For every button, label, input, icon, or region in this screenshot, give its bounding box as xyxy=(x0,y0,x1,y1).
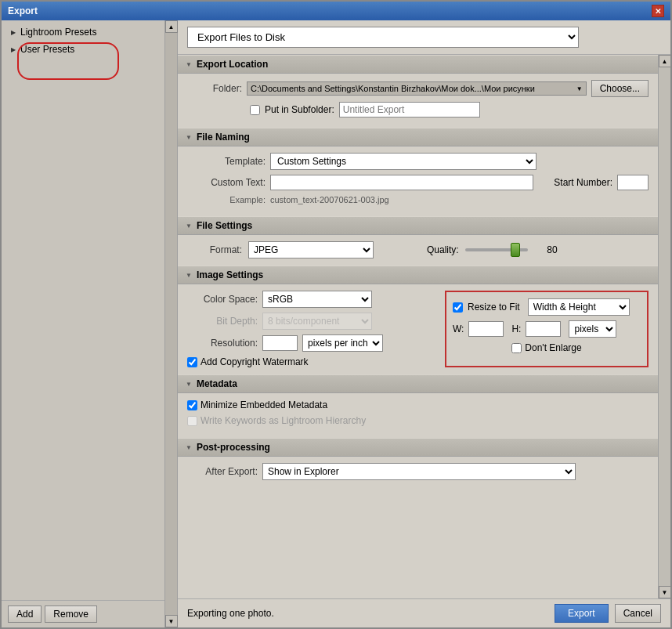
subfolder-checkbox[interactable] xyxy=(250,105,260,115)
width-input[interactable]: 740 xyxy=(468,321,504,337)
start-number-input[interactable]: 3 xyxy=(617,175,649,190)
write-keywords-label: Write Keywords as Lightroom Hierarchy xyxy=(201,415,366,426)
tree-arrow-user: ▶ xyxy=(11,46,16,53)
height-label: H: xyxy=(511,324,521,334)
height-input[interactable]: 740 xyxy=(526,321,561,337)
section-export-location: ▼ Export Location Folder: C:\Documents a… xyxy=(178,55,658,127)
custom-text-row: Custom Text: custom_text Start Number: 3 xyxy=(187,175,649,190)
quality-slider-container xyxy=(465,248,528,251)
color-space-label: Color Space: xyxy=(187,294,258,305)
bit-depth-row: Bit Depth: 8 bits/component xyxy=(187,313,437,330)
section-body-file-settings: Format: JPEG PNG TIFF Quality: xyxy=(178,235,658,265)
folder-label: Folder: xyxy=(187,83,242,94)
section-metadata: ▼ Metadata Minimize Embedded Metadata Wr… xyxy=(178,374,658,437)
content-area: ▼ Export Location Folder: C:\Documents a… xyxy=(178,55,658,598)
subfolder-row: Put in Subfolder: xyxy=(250,102,649,117)
section-body-export-location: Folder: C:\Documents and Settings\Konsta… xyxy=(178,74,658,127)
minimize-checkbox[interactable] xyxy=(187,400,197,410)
section-title-metadata: Metadata xyxy=(197,378,237,389)
resize-type-select[interactable]: Width & Height Dimensions Long Edge Shor… xyxy=(528,298,630,316)
choose-button[interactable]: Choose... xyxy=(591,80,649,97)
section-triangle-metadata: ▼ xyxy=(186,381,192,388)
folder-dropdown-arrow: ▼ xyxy=(576,85,583,92)
example-value: custom_text-20070621-003.jpg xyxy=(270,195,389,204)
section-header-export-location[interactable]: ▼ Export Location xyxy=(178,55,658,74)
write-keywords-row: Write Keywords as Lightroom Hierarchy xyxy=(187,415,649,426)
content-scroll-down[interactable]: ▼ xyxy=(659,586,671,598)
format-label: Format: xyxy=(187,244,242,255)
sidebar-list: ▶ Lightroom Presets ▶ User Presets xyxy=(2,20,177,600)
color-space-select[interactable]: sRGB AdobeRGB ProPhoto RGB xyxy=(262,291,372,308)
after-export-select[interactable]: Show in Explorer Do Nothing Open in Phot… xyxy=(262,463,576,480)
format-row: Format: JPEG PNG TIFF Quality: xyxy=(187,241,649,258)
section-triangle: ▼ xyxy=(186,61,192,68)
color-space-row: Color Space: sRGB AdobeRGB ProPhoto RGB xyxy=(187,291,437,308)
section-body-file-naming: Template: Custom Settings Filename Date … xyxy=(178,146,658,215)
resolution-unit-select[interactable]: pixels per inch pixels per cm xyxy=(302,334,383,352)
scroll-down-arrow[interactable]: ▼ xyxy=(165,615,178,627)
section-header-post-processing[interactable]: ▼ Post-processing xyxy=(178,438,658,457)
size-unit-select[interactable]: pixels inches cm xyxy=(569,320,616,338)
quality-value: 80 xyxy=(534,244,558,255)
template-select[interactable]: Custom Settings Filename Date - Filename xyxy=(270,153,537,170)
remove-button[interactable]: Remove xyxy=(45,606,97,623)
close-button[interactable]: ✕ xyxy=(652,5,664,17)
scroll-track xyxy=(165,33,177,615)
section-title: Export Location xyxy=(197,59,268,70)
export-button[interactable]: Export xyxy=(555,604,609,623)
resolution-label: Resolution: xyxy=(187,338,258,349)
section-header-metadata[interactable]: ▼ Metadata xyxy=(178,374,658,393)
copyright-label: Add Copyright Watermark xyxy=(201,356,309,367)
subfolder-input[interactable] xyxy=(339,102,480,117)
template-label: Template: xyxy=(187,156,266,167)
quality-slider-track[interactable] xyxy=(465,248,528,251)
format-select[interactable]: JPEG PNG TIFF xyxy=(248,241,374,258)
section-title-post: Post-processing xyxy=(197,442,270,453)
minimize-label: Minimize Embedded Metadata xyxy=(201,399,327,410)
sidebar-buttons: Add Remove xyxy=(2,600,177,627)
cancel-button[interactable]: Cancel xyxy=(615,604,661,623)
wh-row: W: 740 H: 740 pixels inches cm xyxy=(453,320,641,338)
custom-text-label: Custom Text: xyxy=(187,177,266,188)
start-number-label: Start Number: xyxy=(554,177,612,188)
dont-enlarge-checkbox[interactable] xyxy=(511,343,522,353)
minimize-row: Minimize Embedded Metadata xyxy=(187,399,649,410)
sidebar-item-lightroom-presets[interactable]: ▶ Lightroom Presets xyxy=(2,23,177,41)
quality-slider-thumb[interactable] xyxy=(511,243,520,257)
sidebar-item-label: Lightroom Presets xyxy=(20,27,96,38)
section-title-image-settings: Image Settings xyxy=(197,269,263,280)
subfolder-label: Put in Subfolder: xyxy=(265,104,334,115)
bit-depth-select: 8 bits/component xyxy=(262,313,372,330)
folder-path[interactable]: C:\Documents and Settings\Konstantin Bir… xyxy=(247,81,587,96)
resize-checkbox[interactable] xyxy=(453,302,463,313)
add-button[interactable]: Add xyxy=(8,606,42,623)
scroll-up-arrow[interactable]: ▲ xyxy=(165,20,178,33)
export-type-select[interactable]: Export Files to Disk Export to Email xyxy=(187,27,579,48)
folder-row: Folder: C:\Documents and Settings\Konsta… xyxy=(187,80,649,97)
section-header-file-naming[interactable]: ▼ File Naming xyxy=(178,128,658,146)
resolution-input[interactable]: 72 xyxy=(262,335,298,351)
section-header-image-settings[interactable]: ▼ Image Settings xyxy=(178,266,658,284)
resize-label: Resize to Fit xyxy=(468,302,520,313)
quality-label: Quality: xyxy=(427,244,459,255)
copyright-checkbox[interactable] xyxy=(187,357,197,367)
image-settings-left: Color Space: sRGB AdobeRGB ProPhoto RGB … xyxy=(187,291,437,367)
status-text: Exporting one photo. xyxy=(187,608,274,619)
section-image-settings: ▼ Image Settings Color Space: sRGB A xyxy=(178,266,658,374)
resolution-row: Resolution: 72 pixels per inch pixels pe… xyxy=(187,334,437,352)
sidebar-scrollbar: ▲ ▼ xyxy=(164,20,177,627)
content-scrollbar: ▲ ▼ xyxy=(658,55,670,598)
content-scroll-up[interactable]: ▲ xyxy=(659,55,671,67)
section-triangle-image-settings: ▼ xyxy=(186,272,192,279)
template-row: Template: Custom Settings Filename Date … xyxy=(187,153,649,170)
after-export-label: After Export: xyxy=(187,466,258,477)
dont-enlarge-label: Don't Enlarge xyxy=(525,342,581,353)
bottom-bar: Exporting one photo. Export Cancel xyxy=(178,598,670,627)
sidebar-item-user-presets[interactable]: ▶ User Presets xyxy=(2,41,177,58)
section-triangle-naming: ▼ xyxy=(186,134,192,141)
custom-text-input[interactable]: custom_text xyxy=(270,175,533,190)
main-panel: Export Files to Disk Export to Email ▼ E… xyxy=(178,20,670,627)
after-export-row: After Export: Show in Explorer Do Nothin… xyxy=(187,463,649,480)
folder-path-text: C:\Documents and Settings\Konstantin Bir… xyxy=(251,84,535,93)
section-header-file-settings[interactable]: ▼ File Settings xyxy=(178,216,658,235)
